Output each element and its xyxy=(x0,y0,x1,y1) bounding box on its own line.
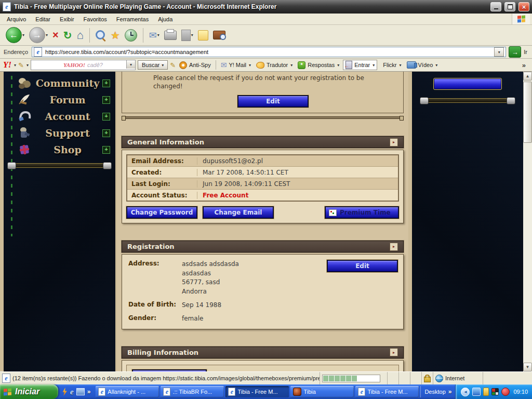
close-button[interactable]: × xyxy=(518,2,529,11)
task-tibia-client[interactable]: Tibia xyxy=(290,386,354,397)
tradutor-button[interactable]: Tradutor ▾ xyxy=(255,61,294,69)
antispy-button[interactable]: Anti-Spy xyxy=(178,61,212,70)
history-button[interactable] xyxy=(123,28,139,43)
change-email-button[interactable]: Change Email xyxy=(203,206,274,219)
task-tibia-account-active[interactable]: e Tibia - Free M... xyxy=(225,386,289,397)
expand-plus-icon[interactable]: + xyxy=(102,146,110,154)
status-bar: e (12 item(ns)s restante(s)) Fazendo o d… xyxy=(0,371,532,384)
ie-task-icon: e xyxy=(358,388,365,396)
refresh-button[interactable]: ↻ xyxy=(62,28,74,43)
buscar-dropdown-icon[interactable]: ▾ xyxy=(162,63,164,68)
menu-ajuda[interactable]: Ajuda xyxy=(153,15,177,24)
scroll-up-button[interactable]: ▲ xyxy=(523,72,532,81)
ymail-dropdown-icon[interactable]: ▾ xyxy=(249,63,251,68)
expand-plus-icon[interactable]: + xyxy=(102,79,110,87)
panel-collapse-button[interactable]: ▸ xyxy=(390,243,398,251)
sidebar-item-account[interactable]: Account + xyxy=(4,108,115,125)
pencil-icon[interactable]: ✎ xyxy=(18,61,24,69)
start-button[interactable]: Iniciar xyxy=(0,384,58,399)
stop-button[interactable]: × xyxy=(51,28,60,42)
yahoo-logo[interactable]: Y! xyxy=(3,60,11,70)
ymail-button[interactable]: ✉ Y! Mail ▾ xyxy=(219,60,252,70)
go-label[interactable]: Ir xyxy=(524,49,529,55)
menu-arquivo[interactable]: Arquivo xyxy=(2,15,31,24)
edit-page-button[interactable]: ▾ xyxy=(180,29,195,42)
lightning-launcher-icon[interactable] xyxy=(62,388,68,396)
panel-collapse-button[interactable]: ▸ xyxy=(390,138,398,147)
task-buttons: e Allanknight - ... e .:: TibiaBR Fo... … xyxy=(94,386,420,397)
back-dropdown-icon[interactable]: ▾ xyxy=(22,33,24,37)
notice-edit-button[interactable]: Edit xyxy=(237,95,309,108)
entrar-dropdown-icon[interactable]: ▾ xyxy=(373,63,375,68)
flickr-button[interactable]: Flickr ▾ xyxy=(379,61,403,69)
print-button[interactable] xyxy=(163,30,178,41)
address-dropdown-button[interactable]: ▾ xyxy=(494,47,504,57)
scrollbar-thumb[interactable] xyxy=(523,82,532,143)
scroll-down-button[interactable]: ▼ xyxy=(523,363,532,371)
tradutor-dropdown-icon[interactable]: ▾ xyxy=(290,63,292,68)
edit-dropdown-icon[interactable]: ▾ xyxy=(191,33,193,37)
colored-grid-tray-icon[interactable] xyxy=(491,388,499,395)
vertical-scrollbar[interactable]: ▲ ▼ xyxy=(523,72,532,371)
task-tibiabr-forum[interactable]: e .:: TibiaBR Fo... xyxy=(161,386,224,397)
show-desktop-icon[interactable] xyxy=(76,388,85,395)
go-button[interactable]: → xyxy=(509,46,521,58)
red-tray-icon[interactable] xyxy=(501,388,510,396)
entrar-button[interactable]: ← Entrar ▾ xyxy=(343,60,377,70)
sidebar-item-community[interactable]: Community + xyxy=(4,75,115,91)
yahoo-more-chevron-icon[interactable]: » xyxy=(522,61,529,69)
yahoo-search-input[interactable]: YAHOO! cadê? ▾ xyxy=(31,60,136,70)
search-button[interactable] xyxy=(94,29,108,42)
menu-favoritos[interactable]: Favoritos xyxy=(79,15,112,24)
expand-plus-icon[interactable]: + xyxy=(102,129,110,137)
mail-dropdown-icon[interactable]: ▾ xyxy=(157,33,159,37)
pencil-dropdown-icon[interactable]: ▾ xyxy=(26,63,29,68)
expand-plus-icon[interactable]: + xyxy=(102,96,110,104)
forward-button[interactable]: → ▾ xyxy=(28,26,49,44)
video-dropdown-icon[interactable]: ▾ xyxy=(435,63,437,68)
back-button[interactable]: ← ▾ xyxy=(4,26,26,44)
favorites-button[interactable]: ★ xyxy=(109,28,122,43)
desktop-chevron-icon[interactable]: » xyxy=(448,388,452,395)
research-button[interactable] xyxy=(211,30,227,41)
task-allanknight[interactable]: e Allanknight - ... xyxy=(96,386,159,397)
expand-plus-icon[interactable]: + xyxy=(102,113,110,121)
yahoo-logo-dropdown-icon[interactable]: ▾ xyxy=(14,63,16,68)
home-button[interactable]: ⌂ xyxy=(75,28,85,43)
address-input[interactable] xyxy=(44,48,492,56)
forward-dropdown-icon[interactable]: ▾ xyxy=(46,33,48,37)
menu-editar[interactable]: Editar xyxy=(31,15,55,24)
yahoo-search-dropdown[interactable]: ▾ xyxy=(126,60,135,69)
account-key-icon xyxy=(16,109,33,124)
respostas-dropdown-icon[interactable]: ▾ xyxy=(337,63,339,68)
registration-edit-button[interactable]: Edit xyxy=(327,260,398,272)
mail-button[interactable]: ✉ ▾ xyxy=(148,29,161,42)
flickr-dropdown-icon[interactable]: ▾ xyxy=(400,63,402,68)
panel-collapse-button[interactable]: ▸ xyxy=(390,348,398,356)
buscar-button[interactable]: Buscar ▾ xyxy=(138,60,168,70)
address-field[interactable]: e ▾ xyxy=(32,47,506,57)
messenger-tray-icon[interactable] xyxy=(472,388,481,396)
sidebar-item-support[interactable]: Support + xyxy=(4,125,115,141)
yellow-tray-icon[interactable] xyxy=(483,388,489,396)
panel-title: General Information xyxy=(127,138,204,146)
video-button[interactable]: Vídeo ▾ xyxy=(405,61,440,69)
respostas-button[interactable]: * Respostas ▾ xyxy=(296,61,341,70)
minimize-button[interactable] xyxy=(490,2,501,11)
menu-ferramentas[interactable]: Ferramentas xyxy=(112,15,153,24)
highlight-pen-icon[interactable]: ✎ xyxy=(170,61,176,69)
ie-quicklaunch-icon[interactable]: e xyxy=(70,388,74,396)
premium-time-button[interactable]: Premium Time xyxy=(325,206,399,219)
sidebar-banner-button[interactable] xyxy=(434,78,501,89)
task-tibia-website[interactable]: e Tibia - Free M... xyxy=(355,386,419,397)
change-password-button[interactable]: Change Password xyxy=(126,206,197,219)
quicklaunch-chevron-icon[interactable]: » xyxy=(87,388,91,395)
sidebar-item-forum[interactable]: Forum + xyxy=(4,91,115,108)
restore-button[interactable] xyxy=(504,2,515,11)
hide-icons-button[interactable]: ◄ xyxy=(461,388,470,396)
desktop-toolbar[interactable]: Desktop » xyxy=(420,386,455,397)
menu-exibir[interactable]: Exibir xyxy=(55,15,79,24)
discuss-button[interactable] xyxy=(196,29,210,42)
sidebar-item-shop[interactable]: Shop + xyxy=(4,141,115,158)
internet-globe-icon xyxy=(435,375,443,382)
